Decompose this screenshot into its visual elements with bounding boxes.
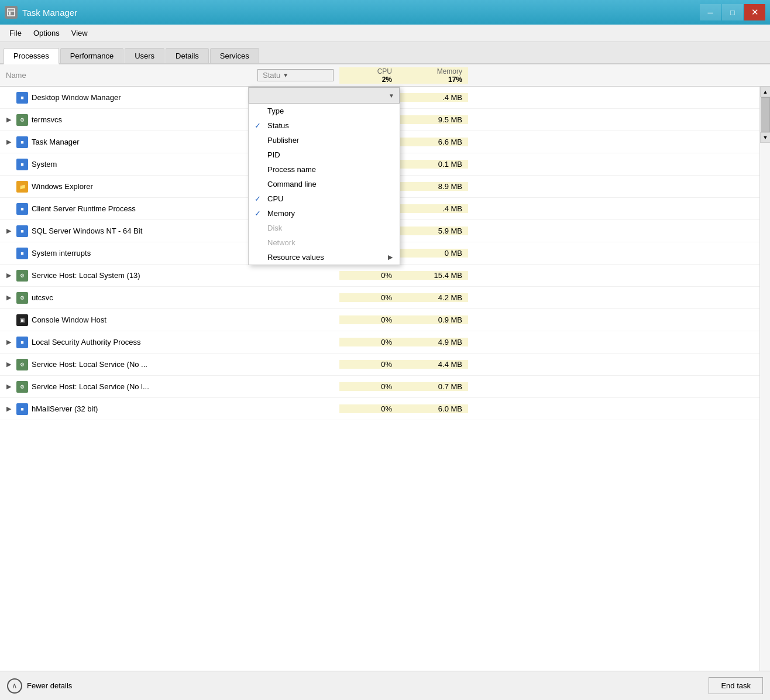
process-name: Service Host: Local Service (No l... (32, 382, 149, 391)
bottom-bar: ∧ Fewer details End task (0, 671, 770, 700)
process-cpu: 0% (339, 382, 398, 391)
expand-btn[interactable]: ▶ (5, 116, 13, 124)
tab-services[interactable]: Services (210, 48, 259, 63)
tab-processes[interactable]: Processes (4, 48, 59, 64)
svg-rect-2 (9, 12, 11, 15)
expand-btn[interactable]: ▶ (5, 227, 13, 235)
process-name-cell: ▶ ▣ Console Window Host (0, 314, 252, 326)
table-row[interactable]: ▶ ⚙ Service Host: Local Service (No l...… (0, 376, 770, 398)
col-cpu[interactable]: CPU 2% (339, 67, 398, 84)
process-name-cell: ▶ ■ Desktop Window Manager (0, 92, 252, 104)
scrollbar[interactable]: ▲ ▼ (759, 87, 770, 671)
process-mem: 15.4 MB (398, 271, 468, 280)
menu-options[interactable]: Options (28, 26, 66, 40)
table-row[interactable]: ▶ ■ Local Security Authority Process 0% … (0, 331, 770, 354)
proc-icon-sql: ■ (16, 225, 28, 237)
table-row[interactable]: ▶ ■ hMailServer (32 bit) 0% 6.0 MB (0, 398, 770, 420)
process-cpu: 0% (339, 338, 398, 346)
end-task-button[interactable]: End task (709, 677, 763, 694)
ctx-item-publisher-label: Publisher (267, 136, 299, 145)
scroll-up-button[interactable]: ▲ (760, 87, 770, 97)
proc-icon-csrss: ■ (16, 203, 28, 215)
table-row[interactable]: ▶ ⚙ Service Host: Local Service (No ... … (0, 354, 770, 376)
ctx-item-command-line[interactable]: Command line (249, 177, 400, 191)
menu-view[interactable]: View (66, 26, 94, 40)
proc-icon-svchost3: ⚙ (16, 381, 28, 393)
ctx-item-disk[interactable]: Disk (249, 221, 400, 235)
ctx-item-disk-label: Disk (267, 224, 282, 232)
process-name-cell: ▶ ■ Task Manager (0, 136, 252, 148)
fewer-details-button[interactable]: ∧ Fewer details (7, 678, 72, 694)
close-button[interactable]: ✕ (744, 4, 765, 20)
ctx-header-arrow-icon: ▼ (389, 92, 394, 99)
ctx-header-input[interactable] (254, 91, 384, 100)
expand-btn[interactable]: ▶ (5, 138, 13, 146)
process-name: Console Window Host (32, 315, 106, 324)
ctx-header: ▼ (249, 87, 400, 104)
process-name-cell: ▶ ⚙ utcsvc (0, 292, 252, 304)
process-name: Task Manager (32, 138, 80, 146)
ctx-item-cpu-label: CPU (267, 194, 283, 203)
ctx-item-resource-values[interactable]: Resource values ▶ (249, 250, 400, 265)
ctx-item-memory[interactable]: ✓ Memory (249, 206, 400, 221)
ctx-item-cpu[interactable]: ✓ CPU (249, 191, 400, 206)
ctx-item-command-line-label: Command line (267, 180, 317, 188)
process-cpu: 0% (339, 293, 398, 302)
tab-performance[interactable]: Performance (60, 48, 123, 63)
process-name: Service Host: Local Service (No ... (32, 360, 147, 369)
proc-icon-cwh: ▣ (16, 314, 28, 326)
title-bar: Task Manager ─ □ ✕ (0, 0, 770, 25)
ctx-item-type[interactable]: Type (249, 104, 400, 118)
proc-icon-utcsvc: ⚙ (16, 292, 28, 304)
process-name-cell: ▶ ■ hMailServer (32 bit) (0, 403, 252, 415)
process-name-cell: ▶ ⚙ Service Host: Local System (13) (0, 270, 252, 282)
scroll-thumb[interactable] (761, 97, 770, 132)
process-name-cell: ▶ ⚙ Service Host: Local Service (No ... (0, 359, 252, 370)
col-memory[interactable]: Memory 17% (398, 67, 468, 84)
scroll-down-button[interactable]: ▼ (760, 132, 770, 143)
ctx-item-status[interactable]: ✓ Status (249, 118, 400, 133)
ctx-item-network-label: Network (267, 238, 295, 247)
expand-btn[interactable]: ▶ (5, 361, 13, 369)
process-mem: 4.4 MB (398, 360, 468, 369)
proc-icon-system: ■ (16, 159, 28, 170)
process-name-cell: ▶ ⚙ termsvcs (0, 114, 252, 126)
proc-icon-tm: ■ (16, 136, 28, 148)
process-name-cell: ▶ ■ Local Security Authority Process (0, 337, 252, 348)
dropdown-arrow-icon: ▼ (283, 72, 288, 78)
column-header: Name Statu ▼ CPU 2% Memory 17% (0, 64, 770, 87)
ctx-item-process-name-label: Process name (267, 165, 316, 174)
ctx-item-type-label: Type (267, 107, 284, 115)
menu-file[interactable]: File (4, 26, 28, 40)
process-name-cell: ▶ ■ System (0, 159, 252, 170)
expand-btn[interactable]: ▶ (5, 383, 13, 391)
process-name-cell: ▶ 📁 Windows Explorer (0, 181, 252, 193)
tab-details[interactable]: Details (166, 48, 209, 63)
process-mem: 5.9 MB (398, 227, 468, 235)
process-name: Desktop Window Manager (32, 93, 121, 102)
process-mem: 0.1 MB (398, 160, 468, 169)
proc-icon-lsass: ■ (16, 337, 28, 348)
status-dropdown[interactable]: Statu ▼ (257, 69, 334, 81)
expand-btn[interactable]: ▶ (5, 405, 13, 413)
maximize-button[interactable]: □ (722, 4, 743, 20)
proc-icon-termsvcs: ⚙ (16, 114, 28, 126)
col-name: Name (0, 71, 252, 80)
process-cpu: 0% (339, 315, 398, 324)
proc-icon-dwm: ■ (16, 92, 28, 104)
tab-users[interactable]: Users (125, 48, 164, 63)
minimize-button[interactable]: ─ (700, 4, 721, 20)
proc-icon-sysint: ■ (16, 248, 28, 259)
ctx-item-pid[interactable]: PID (249, 147, 400, 162)
table-row[interactable]: ▶ ▣ Console Window Host 0% 0.9 MB (0, 309, 770, 331)
table-row[interactable]: ▶ ⚙ Service Host: Local System (13) 0% 1… (0, 265, 770, 287)
ctx-item-publisher[interactable]: Publisher (249, 133, 400, 147)
process-name: Local Security Authority Process (32, 338, 140, 346)
expand-btn[interactable]: ▶ (5, 294, 13, 302)
table-row[interactable]: ▶ ⚙ utcsvc 0% 4.2 MB (0, 287, 770, 309)
expand-btn[interactable]: ▶ (5, 272, 13, 280)
expand-btn[interactable]: ▶ (5, 338, 13, 346)
ctx-item-process-name[interactable]: Process name (249, 162, 400, 177)
process-cpu: 0% (339, 271, 398, 280)
ctx-item-network[interactable]: Network (249, 235, 400, 250)
